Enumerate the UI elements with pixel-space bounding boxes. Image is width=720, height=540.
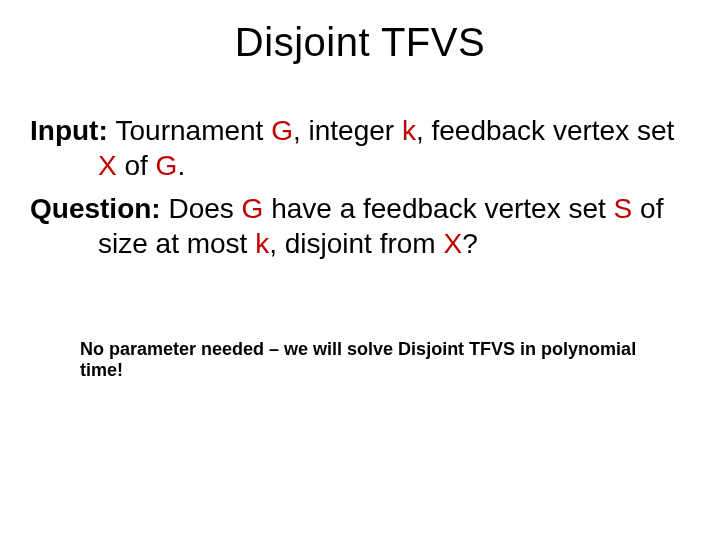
input-t1: Tournament — [116, 115, 272, 146]
slide-container: Disjoint TFVS Input: Tournament G, integ… — [0, 0, 720, 540]
variable-x-q: X — [443, 228, 462, 259]
question-label: Question: — [30, 193, 168, 224]
question-t1: Does — [168, 193, 241, 224]
variable-g2: G — [156, 150, 178, 181]
input-t2: , integer — [293, 115, 402, 146]
input-t4: of — [117, 150, 156, 181]
variable-s: S — [614, 193, 633, 224]
note-text: No parameter needed – we will solve Disj… — [80, 339, 640, 381]
input-t5: . — [177, 150, 185, 181]
input-text: Input: Tournament G, integer k, feedback… — [30, 113, 690, 183]
question-t2: have a feedback vertex set — [263, 193, 613, 224]
input-line: Input: Tournament G, integer k, feedback… — [30, 113, 690, 183]
question-t5: ? — [462, 228, 478, 259]
question-line: Question: Does G have a feedback vertex … — [30, 191, 690, 261]
variable-k-q: k — [255, 228, 269, 259]
variable-k: k — [402, 115, 416, 146]
slide-title: Disjoint TFVS — [30, 20, 690, 65]
input-label: Input: — [30, 115, 116, 146]
note-container: No parameter needed – we will solve Disj… — [30, 339, 690, 381]
input-t3: , feedback vertex set — [416, 115, 674, 146]
variable-x: X — [98, 150, 117, 181]
variable-g: G — [271, 115, 293, 146]
question-t4: , disjoint from — [269, 228, 443, 259]
variable-g-q: G — [242, 193, 264, 224]
question-text: Question: Does G have a feedback vertex … — [30, 191, 690, 261]
